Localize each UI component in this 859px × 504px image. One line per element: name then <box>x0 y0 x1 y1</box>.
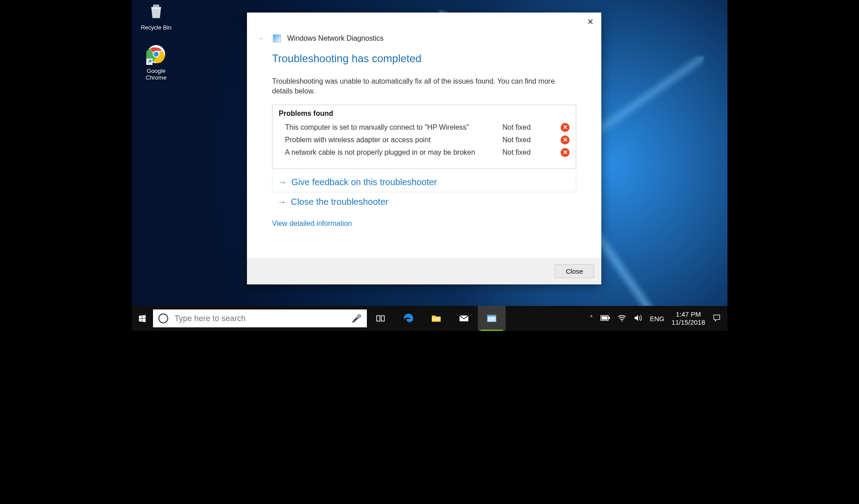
close-icon: ✕ <box>587 17 594 27</box>
action-link-label: Give feedback on this troubleshooter <box>291 177 437 187</box>
dialog-app-title: Windows Network Diagnostics <box>287 34 383 42</box>
recycle-bin-icon <box>145 0 167 21</box>
arrow-left-icon: ← <box>258 33 267 43</box>
taskbar-date: 11/15/2018 <box>672 318 705 326</box>
wifi-icon[interactable] <box>617 314 626 323</box>
svg-rect-0 <box>153 4 159 7</box>
svg-rect-6 <box>381 316 384 321</box>
folder-icon <box>430 313 442 324</box>
action-link-label: Close the troubleshooter <box>291 197 388 207</box>
back-button[interactable]: ← <box>258 33 267 43</box>
desktop-icon-google-chrome[interactable]: Google Chrome <box>136 43 176 81</box>
window-close-button[interactable]: ✕ <box>582 15 599 29</box>
cortana-circle-icon <box>158 313 168 323</box>
error-icon: ✕ <box>561 148 570 157</box>
taskbar-clock[interactable]: 1:47 PM 11/15/2018 <box>672 310 705 326</box>
desktop-wallpaper: Recycle Bin Google Chrome <box>132 0 727 331</box>
problem-row: A network cable is not properly plugged … <box>279 146 570 159</box>
volume-icon[interactable] <box>634 314 642 323</box>
error-icon: ✕ <box>561 123 570 132</box>
svg-rect-9 <box>487 315 496 316</box>
action-center-icon[interactable] <box>712 313 721 324</box>
problem-status: Not fixed <box>502 136 561 144</box>
close-button[interactable]: Close <box>555 264 594 278</box>
svg-rect-12 <box>602 316 608 319</box>
language-indicator[interactable]: ENG <box>650 315 664 322</box>
mail-icon <box>458 313 470 324</box>
view-detailed-info-link[interactable]: View detailed information <box>272 220 352 228</box>
edge-icon <box>402 312 415 325</box>
give-feedback-link[interactable]: → Give feedback on this troubleshooter <box>278 177 570 187</box>
arrow-right-icon: → <box>277 197 286 207</box>
problem-description: A network cable is not properly plugged … <box>279 148 502 157</box>
svg-rect-5 <box>377 316 380 321</box>
problem-row: Problem with wireless adapter or access … <box>279 134 570 146</box>
taskbar-app-file-explorer[interactable] <box>422 306 450 331</box>
chrome-icon <box>145 43 167 65</box>
taskbar-app-edge[interactable] <box>395 306 422 331</box>
dialog-subtext: Troubleshooting was unable to automatica… <box>272 76 576 97</box>
diagnostics-window-icon <box>486 313 498 324</box>
problem-description: Problem with wireless adapter or access … <box>279 136 502 144</box>
taskbar-time: 1:47 PM <box>672 310 705 318</box>
system-tray: ˄ ENG 1:47 PM 11/15/2018 <box>583 310 727 326</box>
dialog-heading: Troubleshooting has completed <box>272 52 576 65</box>
problem-description: This computer is set to manually connect… <box>279 123 502 131</box>
battery-icon[interactable] <box>600 315 610 322</box>
troubleshooter-dialog: ✕ ← Windows Network Diagnostics Troubles… <box>247 13 601 284</box>
windows-logo-icon <box>138 314 147 323</box>
problem-row: This computer is set to manually connect… <box>279 121 570 134</box>
error-icon: ✕ <box>561 136 570 144</box>
taskbar: 🎤 ˄ ENG <box>132 306 727 331</box>
svg-rect-11 <box>609 317 610 319</box>
problem-status: Not fixed <box>502 123 561 131</box>
taskbar-app-diagnostics[interactable] <box>478 306 506 331</box>
task-view-icon <box>375 313 386 324</box>
task-view-button[interactable] <box>367 306 395 331</box>
search-input[interactable] <box>174 314 345 323</box>
desktop-icon-recycle-bin[interactable]: Recycle Bin <box>136 0 176 31</box>
desktop-icon-label: Recycle Bin <box>136 24 176 31</box>
tray-chevron-up-icon[interactable]: ˄ <box>590 314 593 322</box>
taskbar-app-mail[interactable] <box>450 306 478 331</box>
problem-status: Not fixed <box>502 148 561 157</box>
desktop-icon-label: Google Chrome <box>136 68 176 81</box>
taskbar-search[interactable]: 🎤 <box>153 309 367 327</box>
start-button[interactable] <box>132 306 153 331</box>
problems-found-box: Problems found This computer is set to m… <box>272 105 576 169</box>
problems-heading: Problems found <box>279 110 570 118</box>
arrow-right-icon: → <box>278 177 287 187</box>
microphone-icon[interactable]: 🎤 <box>352 313 361 323</box>
svg-point-13 <box>621 320 623 322</box>
close-troubleshooter-link[interactable]: → Close the troubleshooter <box>277 197 571 207</box>
diagnostics-app-icon <box>273 34 281 42</box>
